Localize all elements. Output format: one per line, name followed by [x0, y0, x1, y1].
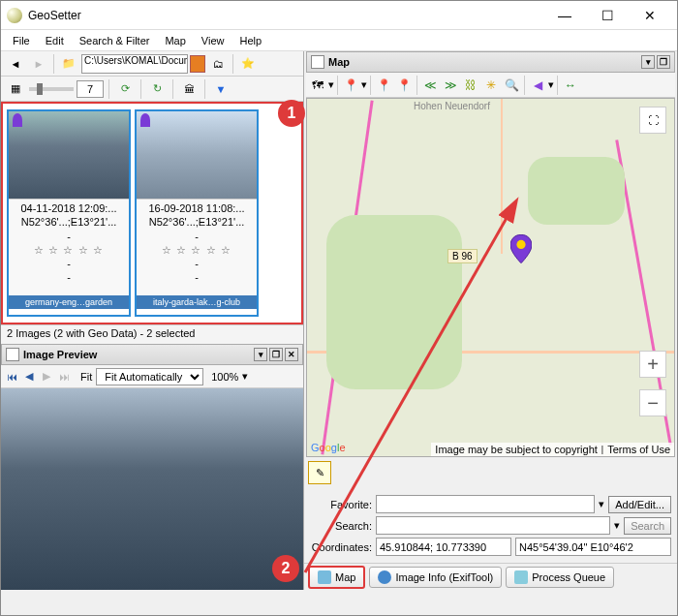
back-icon[interactable]: ◄: [5, 53, 26, 75]
pane-menu-icon[interactable]: ▾: [254, 348, 267, 361]
menu-search[interactable]: Search & Filter: [74, 33, 156, 48]
pane-restore-icon[interactable]: ❐: [269, 348, 283, 361]
callout-1: 1: [278, 100, 305, 127]
app-icon: [7, 8, 22, 23]
left-column: ◄ ► 📁 C:\Users\KOMAL\Docum 🗂 ⭐ ▦ ⟳ ↻ 🏛 ▼: [1, 51, 304, 590]
coordinates-label: Coordinates:: [310, 541, 372, 553]
coordinates-dms-input[interactable]: [515, 538, 671, 556]
maximize-button[interactable]: ☐: [586, 2, 629, 29]
preview-icon: [6, 348, 19, 361]
fullscreen-icon[interactable]: ⛶: [639, 107, 666, 134]
info-tab-icon: [378, 570, 391, 584]
marker-red-icon[interactable]: 📍: [374, 76, 393, 95]
minimize-button[interactable]: —: [543, 2, 586, 29]
refresh-all-icon[interactable]: ⟳: [114, 78, 136, 100]
fit-mode-select[interactable]: Fit Automatically: [96, 368, 203, 385]
tab-process-queue[interactable]: Process Queue: [506, 567, 614, 588]
search-input[interactable]: [376, 516, 610, 535]
thumb-image-2: [137, 111, 257, 199]
track-icon[interactable]: ⛓: [461, 76, 480, 95]
svg-point-0: [516, 240, 525, 249]
geo-pin-icon: [140, 113, 150, 127]
next-image-icon[interactable]: ▶: [40, 370, 53, 383]
search-button[interactable]: Search: [624, 517, 671, 535]
favorite-label: Favorite:: [310, 499, 372, 510]
map-title: Map: [328, 56, 350, 68]
menu-view[interactable]: View: [196, 33, 231, 48]
pane-close-icon[interactable]: ✕: [285, 348, 298, 361]
map-menu-icon[interactable]: ▾: [641, 55, 655, 69]
thumb-germany[interactable]: 04-11-2018 12:09:... N52°36'...;E13°21'.…: [7, 109, 131, 317]
add-edit-button[interactable]: Add/Edit...: [608, 496, 671, 513]
zoom-out-button[interactable]: −: [639, 389, 666, 416]
map-marker-icon[interactable]: [510, 234, 532, 263]
thumb-label-1: germany-eng…garden: [9, 295, 129, 309]
edit-location-button[interactable]: ✎: [308, 461, 331, 484]
map-header: Map ▾ ❐: [306, 51, 675, 73]
goto-icon[interactable]: ◀: [528, 76, 547, 95]
last-image-icon[interactable]: ⏭: [57, 371, 71, 383]
filter-icon[interactable]: ▼: [210, 78, 231, 100]
preview-image[interactable]: 2: [1, 388, 303, 590]
path-dropdown-button[interactable]: [190, 55, 205, 73]
close-button[interactable]: ✕: [629, 2, 671, 29]
zoom-label: 100%: [211, 371, 238, 383]
fit-label: Fit: [80, 371, 92, 383]
thumb-toolbar: ▦ ⟳ ↻ 🏛 ▼: [1, 77, 303, 102]
zoom-fit-icon[interactable]: 🔍: [502, 76, 521, 95]
menu-map[interactable]: Map: [159, 33, 191, 48]
track-back-icon[interactable]: ≪: [420, 76, 440, 95]
thumb-stars-1: ☆ ☆ ☆ ☆ ☆: [11, 243, 127, 257]
thumb-date-1: 04-11-2018 12:09:...: [11, 201, 127, 215]
thumb-label-2: italy-garda-lak…g-club: [137, 295, 257, 309]
menu-bar: File Edit Search & Filter Map View Help: [1, 30, 677, 51]
thumb-italy[interactable]: 16-09-2018 11:08:... N52°36'...;E13°21'.…: [135, 109, 259, 317]
favorite-input[interactable]: [376, 495, 595, 513]
thumbnail-grid: 1 04-11-2018 12:09:... N52°36'...;E13°21…: [1, 102, 303, 324]
map-form: Favorite: ▾ Add/Edit... Search: ▾ Search…: [304, 488, 677, 563]
tab-map[interactable]: Map: [308, 566, 365, 589]
refresh-icon[interactable]: ↻: [146, 78, 168, 100]
callout-2: 2: [272, 555, 299, 582]
google-logo: Google: [311, 440, 346, 454]
map-restore-icon[interactable]: ❐: [657, 55, 670, 69]
marker-add-icon[interactable]: 📍: [394, 76, 414, 95]
folder-tree-icon[interactable]: 🗂: [207, 53, 229, 75]
thumb-cols-input[interactable]: [77, 80, 104, 98]
folder-up-icon[interactable]: 📁: [58, 53, 79, 75]
marker-yellow-icon[interactable]: 📍: [341, 76, 360, 95]
window-title: GeoSetter: [28, 9, 543, 22]
map-tab-icon: [318, 570, 331, 584]
right-column: Map ▾ ❐ 🗺▾ 📍▾ 📍 📍 ≪ ≫ ⛓ ✳ 🔍 ◀▾ ↔ Hohen N…: [304, 51, 677, 590]
queue-tab-icon: [514, 570, 528, 584]
thumb-stars-2: ☆ ☆ ☆ ☆ ☆: [139, 243, 255, 257]
prev-image-icon[interactable]: ◀: [22, 370, 36, 383]
forward-icon[interactable]: ►: [28, 53, 49, 75]
first-image-icon[interactable]: ⏮: [5, 371, 18, 383]
favorite-dropdown-icon[interactable]: ▾: [599, 498, 604, 510]
coordinates-decimal-input[interactable]: [376, 538, 511, 556]
menu-help[interactable]: Help: [234, 33, 268, 48]
view-mode-icon[interactable]: ▦: [5, 78, 26, 100]
favorites-icon[interactable]: ⭐: [237, 53, 259, 75]
preview-title: Image Preview: [23, 349, 97, 360]
bottom-tabbar: Map Image Info (ExifTool) Process Queue: [304, 563, 677, 590]
sync-icon[interactable]: ↔: [561, 76, 580, 95]
road-label-b96: B 96: [447, 249, 478, 263]
zoom-dropdown-icon[interactable]: ▾: [242, 370, 248, 383]
thumb-coords-2: N52°36'...;E13°21'...: [139, 215, 255, 229]
map-canvas[interactable]: Hohen Neuendorf B 96 ⛶ + − Google Image …: [306, 98, 675, 457]
menu-edit[interactable]: Edit: [40, 33, 70, 48]
cluster-icon[interactable]: ✳: [481, 76, 501, 95]
thumb-size-slider[interactable]: [29, 87, 74, 91]
preview-toolbar: ⏮ ◀ ▶ ⏭ Fit Fit Automatically 100% ▾: [1, 365, 303, 388]
thumb-image-1: [9, 111, 129, 199]
tab-image-info[interactable]: Image Info (ExifTool): [369, 567, 502, 588]
zoom-in-button[interactable]: +: [639, 351, 666, 378]
menu-file[interactable]: File: [7, 33, 36, 48]
map-type-icon[interactable]: 🗺: [308, 76, 327, 95]
sort-icon[interactable]: 🏛: [178, 78, 200, 100]
track-fwd-icon[interactable]: ≫: [441, 76, 460, 95]
search-dropdown-icon[interactable]: ▾: [614, 519, 620, 532]
path-input[interactable]: C:\Users\KOMAL\Docum: [81, 54, 188, 74]
